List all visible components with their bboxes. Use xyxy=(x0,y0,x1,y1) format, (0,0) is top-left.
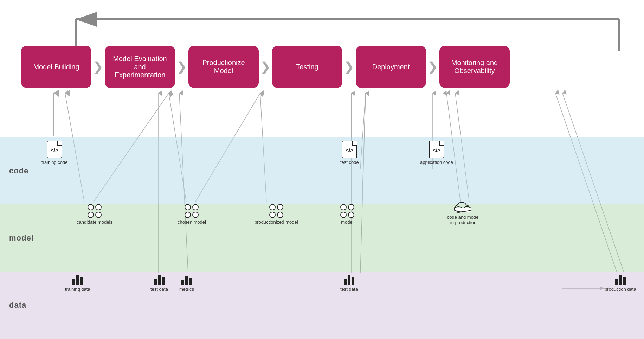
lane-code-label: code xyxy=(9,166,28,175)
artifact-metrics: metrics xyxy=(179,273,194,292)
chevron-2: ❯ xyxy=(176,59,187,74)
model-testing-icon xyxy=(340,204,354,218)
stage-model-building: Model Building xyxy=(21,46,91,88)
test-data-eval-icon xyxy=(154,273,165,285)
artifact-candidate-models: candidate models xyxy=(77,204,112,225)
artifact-test-code: </> test code xyxy=(340,141,359,165)
stage-model-evaluation: Model Evaluation and Experimentation xyxy=(105,46,175,88)
artifact-test-data-testing: test data xyxy=(340,273,358,292)
lane-data: data xyxy=(0,272,644,339)
artifact-test-data-eval: test data xyxy=(150,273,168,292)
productionized-model-icon xyxy=(269,204,283,218)
productionized-model-label: productionized model xyxy=(255,219,298,225)
artifact-code-model-production: code and model in production xyxy=(446,200,481,225)
artifact-training-code: </> training code xyxy=(41,141,67,165)
application-code-label: application code xyxy=(420,160,453,165)
artifact-chosen-model: chosen model xyxy=(178,204,206,225)
test-data-testing-icon xyxy=(344,273,354,285)
chevron-5: ❯ xyxy=(427,59,438,74)
training-code-label: training code xyxy=(41,160,67,165)
chevron-3: ❯ xyxy=(260,59,271,74)
artifact-productionized-model: productionized model xyxy=(255,204,298,225)
training-code-icon: </> xyxy=(47,141,62,158)
metrics-icon xyxy=(181,273,192,285)
lanes-container: code model data xyxy=(0,137,644,339)
stage-monitoring: Monitoring and Observability xyxy=(439,46,510,88)
chevron-1: ❯ xyxy=(93,59,103,74)
production-data-label: production data xyxy=(605,287,636,292)
test-data-testing-label: test data xyxy=(340,287,358,292)
training-data-label: training data xyxy=(65,287,90,292)
training-data-icon xyxy=(72,273,83,285)
test-code-icon: </> xyxy=(342,141,357,158)
lane-data-label: data xyxy=(9,301,26,310)
stage-productionize-model: Productionize Model xyxy=(188,46,259,88)
application-code-icon: </> xyxy=(429,141,444,158)
cloud-icon xyxy=(454,200,473,215)
diagram-container: Model Building ❯ Model Evaluation and Ex… xyxy=(0,0,644,339)
artifact-production-data: production data xyxy=(605,273,636,292)
model-testing-label: model xyxy=(341,219,353,225)
chevron-4: ❯ xyxy=(344,59,354,74)
artifact-training-data: training data xyxy=(65,273,90,292)
artifact-model-testing: model xyxy=(340,204,354,225)
lane-model-label: model xyxy=(9,234,34,243)
test-code-label: test code xyxy=(340,160,359,165)
chosen-model-label: chosen model xyxy=(178,219,206,225)
production-data-icon xyxy=(615,273,626,285)
stage-testing: Testing xyxy=(272,46,342,88)
stage-deployment: Deployment xyxy=(356,46,426,88)
test-data-eval-label: test data xyxy=(150,287,168,292)
code-model-production-label: code and model in production xyxy=(446,215,481,225)
metrics-label: metrics xyxy=(179,287,194,292)
chosen-model-icon xyxy=(185,204,199,218)
lane-code: code xyxy=(0,137,644,204)
candidate-models-label: candidate models xyxy=(77,219,112,225)
artifact-application-code: </> application code xyxy=(420,141,453,165)
stages-row: Model Building ❯ Model Evaluation and Ex… xyxy=(21,46,630,88)
candidate-models-icon xyxy=(88,204,102,218)
